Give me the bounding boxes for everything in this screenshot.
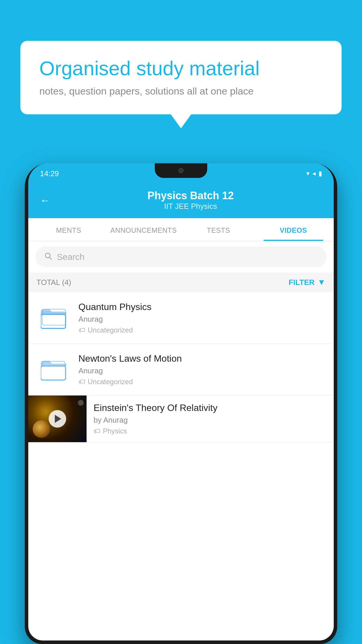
signal-icon: ◂ — [312, 170, 316, 177]
video-list: Quantum Physics Anurag 🏷 Uncategorized — [28, 292, 334, 442]
video-title: Quantum Physics — [78, 302, 326, 312]
tab-announcements[interactable]: ANNOUNCEMENTS — [106, 218, 181, 241]
tag-label: Physics — [103, 427, 127, 435]
video-item[interactable]: Newton's Laws of Motion Anurag 🏷 Uncateg… — [28, 344, 334, 396]
tabs-bar: MENTS ANNOUNCEMENTS TESTS VIDEOS — [28, 218, 334, 241]
filter-bar: TOTAL (4) FILTER ▼ — [28, 272, 334, 292]
header-subtitle: IIT JEE Physics — [59, 202, 322, 211]
status-icons: ▾ ◂ ▮ — [306, 170, 322, 177]
tag-label: Uncategorized — [88, 326, 133, 334]
tab-ments[interactable]: MENTS — [31, 218, 106, 241]
video-item[interactable]: Einstein's Theory Of Relativity by Anura… — [28, 396, 334, 442]
header-titles: Physics Batch 12 IIT JEE Physics — [59, 190, 322, 211]
tab-videos[interactable]: VIDEOS — [256, 218, 331, 241]
svg-line-1 — [50, 257, 51, 259]
filter-button[interactable]: FILTER ▼ — [289, 278, 326, 287]
video-title: Einstein's Theory Of Relativity — [94, 402, 328, 413]
folder-icon — [41, 358, 67, 381]
video-item[interactable]: Quantum Physics Anurag 🏷 Uncategorized — [28, 292, 334, 344]
play-button[interactable] — [49, 410, 66, 428]
header-main-title: Physics Batch 12 — [59, 190, 322, 202]
video-thumbnail — [36, 305, 71, 331]
phone-screen: 14:29 ▾ ◂ ▮ ← Physics Batch 12 IIT JEE P… — [28, 163, 334, 640]
status-time: 14:29 — [40, 169, 59, 178]
speech-bubble-section: Organised study material notes, question… — [20, 41, 342, 114]
phone-frame: 14:29 ▾ ◂ ▮ ← Physics Batch 12 IIT JEE P… — [25, 163, 337, 644]
folder-icon — [41, 306, 67, 330]
video-info: Einstein's Theory Of Relativity by Anura… — [94, 397, 334, 441]
video-author: by Anurag — [94, 416, 328, 425]
search-bar[interactable]: Search — [35, 246, 327, 267]
video-thumbnail-image — [28, 396, 87, 442]
speech-bubble-card: Organised study material notes, question… — [20, 41, 342, 114]
total-count: TOTAL (4) — [36, 278, 71, 287]
video-info: Newton's Laws of Motion Anurag 🏷 Uncateg… — [78, 353, 326, 386]
video-title: Newton's Laws of Motion — [78, 353, 326, 364]
filter-icon: ▼ — [317, 278, 326, 287]
video-tag: 🏷 Uncategorized — [78, 326, 326, 334]
battery-icon: ▮ — [319, 170, 322, 177]
tag-icon: 🏷 — [78, 378, 85, 386]
bubble-title: Organised study material — [39, 57, 323, 80]
status-bar: 14:29 ▾ ◂ ▮ — [28, 163, 334, 184]
wifi-icon: ▾ — [306, 170, 310, 177]
back-button[interactable]: ← — [40, 194, 50, 206]
play-icon — [55, 415, 61, 423]
camera-dot — [178, 168, 184, 173]
search-placeholder: Search — [57, 252, 85, 262]
filter-label: FILTER — [289, 278, 314, 287]
search-container: Search — [28, 241, 334, 272]
tag-icon: 🏷 — [94, 427, 101, 435]
video-author: Anurag — [78, 315, 326, 324]
app-header: ← Physics Batch 12 IIT JEE Physics — [28, 184, 334, 218]
video-author: Anurag — [78, 366, 326, 375]
video-tag: 🏷 Uncategorized — [78, 378, 326, 386]
search-icon — [44, 252, 52, 262]
phone-notch — [155, 163, 207, 178]
tab-tests[interactable]: TESTS — [181, 218, 256, 241]
video-thumbnail — [36, 356, 71, 383]
bubble-subtitle: notes, question papers, solutions all at… — [39, 85, 323, 97]
tag-label: Uncategorized — [88, 378, 133, 386]
video-info: Quantum Physics Anurag 🏷 Uncategorized — [78, 302, 326, 334]
svg-rect-7 — [41, 366, 66, 380]
video-tag: 🏷 Physics — [94, 427, 328, 435]
svg-rect-3 — [41, 314, 66, 328]
tag-icon: 🏷 — [78, 326, 85, 334]
